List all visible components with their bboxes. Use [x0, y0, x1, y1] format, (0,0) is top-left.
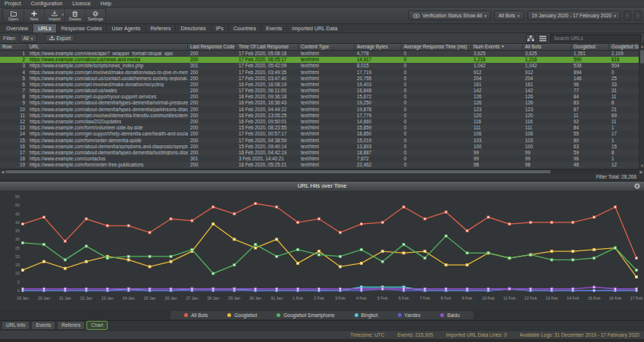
- settings-button[interactable]: Settings: [85, 9, 105, 22]
- open-button[interactable]: Open: [3, 9, 23, 22]
- svg-text:26 Jan: 26 Jan: [165, 296, 177, 300]
- legend-item-bingbot[interactable]: Bingbot: [355, 312, 378, 318]
- table-row[interactable]: 14https://www.example.com/get-support/he…: [0, 131, 644, 137]
- column-header-all-bots[interactable]: All Bots: [523, 44, 571, 50]
- table-cell: 0: [402, 64, 471, 68]
- column-header-average-response-time-ms-[interactable]: Average Response Time (ms): [402, 44, 471, 50]
- table-cell: 17 Feb 2020, 06:05:17: [236, 58, 299, 62]
- table-row[interactable]: 8https://www.example.com/get-support/you…: [0, 94, 644, 100]
- scroll-left-arrow[interactable]: ◀: [0, 169, 5, 174]
- table-row[interactable]: 18https://www.example.com/contactus3013 …: [0, 156, 644, 162]
- bots-filter-dropdown[interactable]: All Bots ▾: [494, 11, 524, 20]
- legend-item-googlebot[interactable]: Googlebot: [227, 312, 257, 318]
- import-button[interactable]: Import▾: [44, 9, 64, 22]
- vertical-scroll-thumb[interactable]: [640, 50, 644, 64]
- menu-item-configuration[interactable]: Configuration: [31, 1, 63, 6]
- legend-item-googlebot-smartphone[interactable]: Googlebot Smartphone: [277, 312, 334, 318]
- bottom-tab-events[interactable]: Events: [31, 321, 55, 330]
- search-input[interactable]: [550, 34, 641, 42]
- column-header-content-type[interactable]: Content Type: [299, 44, 355, 50]
- table-row[interactable]: 4https://www.example.com/get-involved/ma…: [0, 70, 644, 76]
- data-point: [508, 222, 511, 225]
- scroll-right-arrow[interactable]: ▶: [639, 169, 644, 174]
- bottom-tab-referers[interactable]: Referers: [57, 321, 85, 330]
- delete-button[interactable]: Delete: [64, 9, 85, 22]
- table-row[interactable]: 9https://www.example.com/about-dementia/…: [0, 101, 644, 107]
- table-cell: https://www.example.com/daw2020updates: [27, 120, 188, 124]
- table-row[interactable]: 11https://www.example.com/get-involved/d…: [0, 113, 644, 119]
- menu-item-licence[interactable]: Licence: [72, 1, 90, 6]
- table-row[interactable]: 6https://www.example.com/get-involved/ma…: [0, 82, 644, 88]
- horizontal-scrollbar[interactable]: ◀ ▶: [0, 169, 644, 173]
- table-cell: text/html: [299, 126, 355, 130]
- data-point: [255, 247, 257, 249]
- chart-settings-button[interactable]: [634, 183, 640, 191]
- table-row[interactable]: 17https://www.example.com/about-dementia…: [0, 150, 644, 156]
- column-header-row[interactable]: Row: [0, 44, 27, 50]
- tree-view-button[interactable]: [526, 34, 536, 42]
- export-button[interactable]: Export: [45, 34, 76, 42]
- column-header-last-response-code[interactable]: Last Response Code: [188, 44, 236, 50]
- table-row[interactable]: 15https://www.example.com/form/order-dem…: [0, 138, 644, 144]
- menu-item-help[interactable]: Help: [101, 1, 111, 6]
- tab-response-codes[interactable]: Response Codes: [57, 24, 108, 33]
- tab-imported-url-data[interactable]: Imported URL Data: [287, 24, 342, 33]
- tab-overview[interactable]: Overview: [2, 24, 33, 33]
- tab-countries[interactable]: Countries: [229, 24, 261, 33]
- table-cell: 106: [523, 132, 571, 136]
- new-button[interactable]: New: [23, 9, 44, 22]
- table-row[interactable]: 12https://www.example.com/daw2020updates…: [0, 119, 644, 125]
- table-cell: text/html: [299, 51, 355, 56]
- export-label: Export: [57, 36, 71, 41]
- horizontal-scroll-thumb[interactable]: [5, 170, 551, 173]
- column-header-num-events[interactable]: Num Events▼: [471, 44, 523, 50]
- scroll-up-arrow[interactable]: ▲: [639, 44, 644, 49]
- table-row[interactable]: 3https://www.example.com/site/scripts/ne…: [0, 63, 644, 69]
- verification-status-dropdown[interactable]: Verification Status Show All ▾: [408, 11, 491, 20]
- table-cell: 8,015: [355, 64, 402, 68]
- tab-user-agents[interactable]: User Agents: [107, 24, 145, 33]
- table-row[interactable]: 19https://www.example.com/form/order-fre…: [0, 162, 644, 168]
- table-row[interactable]: 10https://www.example.com/about-dementia…: [0, 107, 644, 113]
- table-cell: 123: [523, 107, 571, 112]
- table-cell: 4: [0, 70, 27, 75]
- table-row[interactable]: 7https://www.example.com/about-us/wales2…: [0, 88, 644, 94]
- tab-urls[interactable]: URLs: [33, 24, 57, 33]
- column-header-average-bytes[interactable]: Average Bytes: [355, 44, 402, 50]
- data-point: [127, 258, 130, 260]
- table-cell: 77: [571, 89, 609, 93]
- tab-events[interactable]: Events: [261, 24, 287, 33]
- legend-label: All Bots: [191, 312, 208, 318]
- tab-directories[interactable]: Directories: [176, 24, 211, 33]
- chevron-down-icon: ▾: [61, 12, 64, 17]
- date-range-dropdown[interactable]: 19 January 2020 - 17 February 2020 ▾: [527, 11, 621, 20]
- bottom-tab-url-info[interactable]: URL Info: [2, 321, 30, 330]
- table-row[interactable]: 5https://www.example.com/about-us/contac…: [0, 76, 644, 82]
- next-range-button[interactable]: ›: [634, 11, 642, 20]
- bottom-tab-chart[interactable]: Chart: [86, 321, 108, 330]
- data-point: [381, 260, 383, 263]
- table-row[interactable]: 16https://www.example.com/about-dementia…: [0, 144, 644, 150]
- column-header-time-of-last-response[interactable]: Time Of Last Response: [236, 44, 299, 50]
- data-point: [593, 256, 596, 259]
- tab-ips[interactable]: IPs: [211, 24, 229, 33]
- table-row[interactable]: 1https://www.example.com/views/ajax?_wra…: [0, 51, 644, 57]
- menu-item-project[interactable]: Project: [5, 1, 21, 6]
- table-cell: text/html: [299, 107, 355, 112]
- legend-item-yandex[interactable]: Yandex: [398, 312, 421, 318]
- svg-text:9 Feb: 9 Feb: [462, 296, 473, 300]
- table-cell: 0: [402, 120, 471, 124]
- table-row[interactable]: 13https://www.example.com/form/volunteer…: [0, 125, 644, 131]
- legend-item-all-bots[interactable]: All Bots: [184, 312, 208, 318]
- column-header-googlebot[interactable]: Googlebot: [571, 44, 609, 50]
- table-row[interactable]: 2https://www.example.com/about-us/news-a…: [0, 57, 644, 63]
- vertical-scrollbar[interactable]: ▲ ▼: [639, 44, 644, 169]
- list-view-button[interactable]: [538, 34, 548, 42]
- svg-text:13 Feb: 13 Feb: [546, 296, 558, 300]
- legend-item-baidu[interactable]: Baidu: [440, 312, 460, 318]
- scroll-down-arrow[interactable]: ▼: [639, 163, 644, 169]
- tab-referers[interactable]: Referers: [146, 24, 177, 33]
- prev-range-button[interactable]: ‹: [624, 11, 631, 20]
- column-header-url[interactable]: URL: [27, 44, 188, 50]
- filter-dropdown[interactable]: All ▾: [20, 34, 37, 42]
